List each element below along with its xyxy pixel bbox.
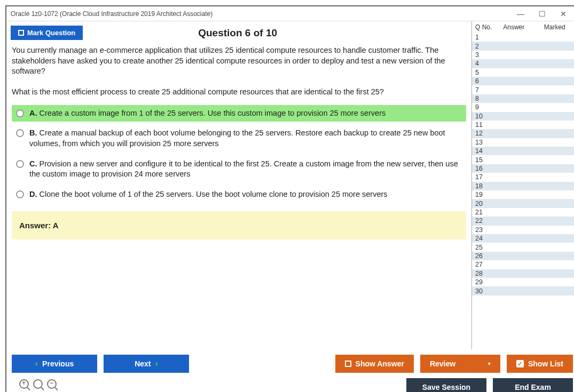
- list-row[interactable]: 8: [472, 94, 574, 103]
- checkbox-icon: [18, 30, 24, 36]
- list-row[interactable]: 12: [472, 129, 574, 138]
- zoom-controls: [12, 378, 64, 392]
- list-row[interactable]: 11: [472, 121, 574, 129]
- chevron-right-icon: ›: [155, 359, 158, 369]
- chevron-left-icon: ‹: [35, 359, 38, 369]
- list-row[interactable]: 10: [472, 112, 574, 121]
- option-d[interactable]: D. Clone the boot volume of 1 of the 25 …: [12, 186, 466, 203]
- option-b[interactable]: B. Create a manual backup of each boot v…: [12, 125, 466, 152]
- col-marked: Marked: [534, 23, 575, 31]
- list-row[interactable]: 9: [472, 103, 574, 111]
- list-row[interactable]: 13: [472, 138, 574, 147]
- save-session-button[interactable]: Save Session: [406, 378, 486, 392]
- option-a[interactable]: A. Create a custom image from 1 of the 2…: [12, 105, 466, 122]
- question-list-panel: Q No. Answer Marked 12345678910111213141…: [471, 21, 574, 349]
- radio-icon[interactable]: [16, 190, 24, 198]
- option-text: A. Create a custom image from 1 of the 2…: [29, 108, 386, 119]
- mark-question-button[interactable]: Mark Question: [11, 26, 83, 40]
- list-row[interactable]: 15: [472, 155, 574, 164]
- zoom-reset-icon[interactable]: [33, 379, 43, 392]
- option-text: C. Provision a new server and configure …: [29, 159, 462, 180]
- end-exam-button[interactable]: End Exam: [493, 378, 573, 392]
- list-row[interactable]: 7: [472, 85, 574, 94]
- list-row[interactable]: 18: [472, 182, 574, 190]
- radio-icon[interactable]: [16, 109, 24, 117]
- option-text: B. Create a manual backup of each boot v…: [29, 128, 462, 149]
- option-c[interactable]: C. Provision a new server and configure …: [12, 156, 466, 183]
- list-rows[interactable]: 1234567891011121314151617181920212223242…: [472, 33, 574, 349]
- list-row[interactable]: 29: [472, 278, 574, 286]
- answer-box: Answer: A: [12, 211, 466, 239]
- next-button[interactable]: Next ›: [104, 355, 189, 373]
- show-answer-button[interactable]: Show Answer: [335, 355, 414, 373]
- show-list-button[interactable]: ✓ Show List: [507, 355, 573, 373]
- list-row[interactable]: 27: [472, 260, 574, 269]
- list-row[interactable]: 16: [472, 164, 574, 173]
- app-window: Oracle 1z0-1072 (Oracle Cloud Infrastruc…: [5, 5, 574, 392]
- list-row[interactable]: 19: [472, 190, 574, 199]
- radio-icon[interactable]: [16, 129, 24, 137]
- col-answer: Answer: [493, 23, 534, 31]
- check-icon: ✓: [516, 360, 524, 367]
- col-qno: Q No.: [475, 23, 493, 31]
- list-row[interactable]: 30: [472, 286, 574, 295]
- list-row[interactable]: 22: [472, 217, 574, 225]
- option-text: D. Clone the boot volume of 1 of the 25 …: [29, 189, 388, 200]
- options-list: A. Create a custom image from 1 of the 2…: [12, 105, 466, 206]
- list-row[interactable]: 3: [472, 51, 574, 59]
- list-row[interactable]: 24: [472, 234, 574, 243]
- footer-bar: ‹ Previous Next › Show Answer Review ▾ ✓…: [6, 349, 574, 378]
- content-area: Mark Question Question 6 of 10 You curre…: [6, 21, 574, 392]
- close-button[interactable]: ✕: [553, 10, 574, 18]
- list-header: Q No. Answer Marked: [472, 21, 574, 33]
- minimize-button[interactable]: —: [510, 10, 531, 18]
- list-row[interactable]: 2: [472, 42, 574, 50]
- radio-icon[interactable]: [16, 160, 24, 168]
- list-row[interactable]: 26: [472, 252, 574, 260]
- list-row[interactable]: 21: [472, 208, 574, 217]
- review-dropdown[interactable]: Review ▾: [420, 355, 500, 373]
- main-pane: Mark Question Question 6 of 10 You curre…: [6, 21, 471, 349]
- checkbox-icon: [345, 361, 351, 367]
- mark-question-label: Mark Question: [27, 29, 75, 37]
- zoom-in-icon[interactable]: [19, 379, 29, 392]
- list-row[interactable]: 23: [472, 226, 574, 234]
- list-row[interactable]: 5: [472, 68, 574, 77]
- maximize-button[interactable]: ☐: [531, 10, 553, 18]
- list-row[interactable]: 6: [472, 77, 574, 85]
- previous-button[interactable]: ‹ Previous: [12, 355, 97, 373]
- list-row[interactable]: 28: [472, 269, 574, 278]
- chevron-down-icon: ▾: [488, 361, 491, 366]
- question-heading: Question 6 of 10: [83, 27, 392, 39]
- list-row[interactable]: 17: [472, 173, 574, 181]
- zoom-out-icon[interactable]: [47, 379, 57, 392]
- list-row[interactable]: 20: [472, 199, 574, 207]
- list-row[interactable]: 25: [472, 243, 574, 251]
- list-row[interactable]: 4: [472, 59, 574, 68]
- window-title: Oracle 1z0-1072 (Oracle Cloud Infrastruc…: [11, 10, 213, 18]
- list-row[interactable]: 14: [472, 147, 574, 155]
- title-bar: Oracle 1z0-1072 (Oracle Cloud Infrastruc…: [6, 6, 574, 21]
- question-text: You currently manage an e-commerce appli…: [12, 45, 466, 98]
- list-row[interactable]: 1: [472, 33, 574, 42]
